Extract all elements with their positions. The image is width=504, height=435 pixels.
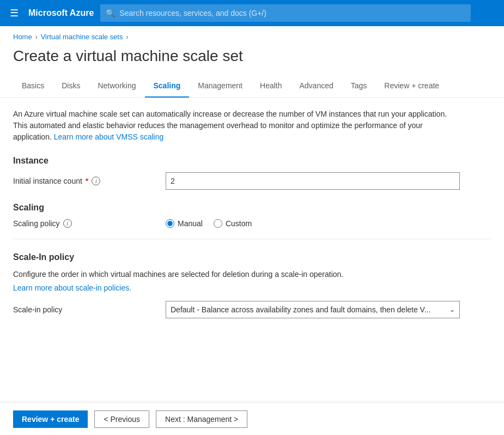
- tab-health[interactable]: Health: [251, 76, 290, 98]
- review-create-button[interactable]: Review + create: [13, 410, 88, 425]
- previous-button[interactable]: < Previous: [94, 410, 149, 425]
- tab-scaling[interactable]: Scaling: [145, 76, 190, 98]
- breadcrumb: Home › Virtual machine scale sets ›: [0, 26, 504, 45]
- page-title: Create a virtual machine scale set: [0, 45, 504, 76]
- initial-count-label: Initial instance count * i: [13, 177, 166, 185]
- manual-radio-item[interactable]: Manual: [166, 219, 203, 228]
- tab-tags[interactable]: Tags: [342, 76, 376, 98]
- dropdown-chevron-icon: ⌄: [450, 306, 455, 313]
- initial-count-row: Initial instance count * i: [13, 172, 491, 190]
- custom-label: Custom: [226, 219, 252, 228]
- scaling-policy-row: Scaling policy i Manual Custom: [13, 219, 491, 228]
- content-area: An Azure virtual machine scale set can a…: [0, 98, 504, 338]
- tab-nav: Basics Disks Networking Scaling Manageme…: [0, 76, 504, 98]
- tab-basics[interactable]: Basics: [13, 76, 53, 98]
- search-input[interactable]: [119, 9, 465, 17]
- navbar: ☰ Microsoft Azure 🔍: [0, 0, 504, 26]
- scale-in-policy-label: Scale-in policy: [13, 305, 166, 314]
- scale-in-policy-row: Scale-in policy Default - Balance across…: [13, 301, 491, 318]
- initial-count-info-icon[interactable]: i: [92, 177, 100, 185]
- scale-in-policies-link[interactable]: Learn more about scale-in policies.: [13, 283, 131, 292]
- next-button[interactable]: Next : Management >: [156, 410, 247, 425]
- breadcrumb-sep-1: ›: [35, 33, 38, 41]
- scale-in-policy-value: Default - Balance across availability zo…: [171, 305, 450, 314]
- custom-radio[interactable]: [214, 219, 222, 228]
- hamburger-menu[interactable]: ☰: [7, 4, 22, 22]
- section-divider: [13, 239, 491, 239]
- action-bar: Review + create < Previous Next : Manage…: [0, 402, 504, 424]
- scaling-policy-label: Scaling policy i: [13, 219, 166, 228]
- description-text: An Azure virtual machine scale set can a…: [13, 108, 460, 143]
- breadcrumb-sep-2: ›: [126, 33, 128, 41]
- scaling-section-title: Scaling: [13, 203, 491, 213]
- scale-in-section-title: Scale-In policy: [13, 252, 491, 262]
- scaling-policy-info-icon[interactable]: i: [63, 219, 72, 228]
- manual-label: Manual: [178, 219, 203, 228]
- tab-review-create[interactable]: Review + create: [375, 76, 448, 98]
- brand-logo: Microsoft Azure: [28, 8, 94, 18]
- tab-advanced[interactable]: Advanced: [290, 76, 342, 98]
- search-icon: 🔍: [106, 9, 115, 17]
- scaling-policy-radio-group: Manual Custom: [166, 219, 252, 228]
- search-bar[interactable]: 🔍: [100, 4, 471, 22]
- tab-disks[interactable]: Disks: [53, 76, 89, 98]
- breadcrumb-vmss[interactable]: Virtual machine scale sets: [41, 33, 123, 41]
- vmss-scaling-link[interactable]: Learn more about VMSS scaling: [54, 132, 164, 141]
- instance-section-title: Instance: [13, 156, 491, 166]
- custom-radio-item[interactable]: Custom: [214, 219, 252, 228]
- scale-in-policy-dropdown[interactable]: Default - Balance across availability zo…: [166, 301, 460, 318]
- manual-radio[interactable]: [166, 219, 174, 228]
- tab-networking[interactable]: Networking: [89, 76, 144, 98]
- breadcrumb-home[interactable]: Home: [13, 33, 32, 41]
- required-indicator: *: [86, 177, 88, 185]
- main-container: Home › Virtual machine scale sets › Crea…: [0, 26, 504, 424]
- initial-count-input[interactable]: [166, 172, 460, 190]
- scale-in-description: Configure the order in which virtual mac…: [13, 269, 394, 280]
- tab-management[interactable]: Management: [189, 76, 251, 98]
